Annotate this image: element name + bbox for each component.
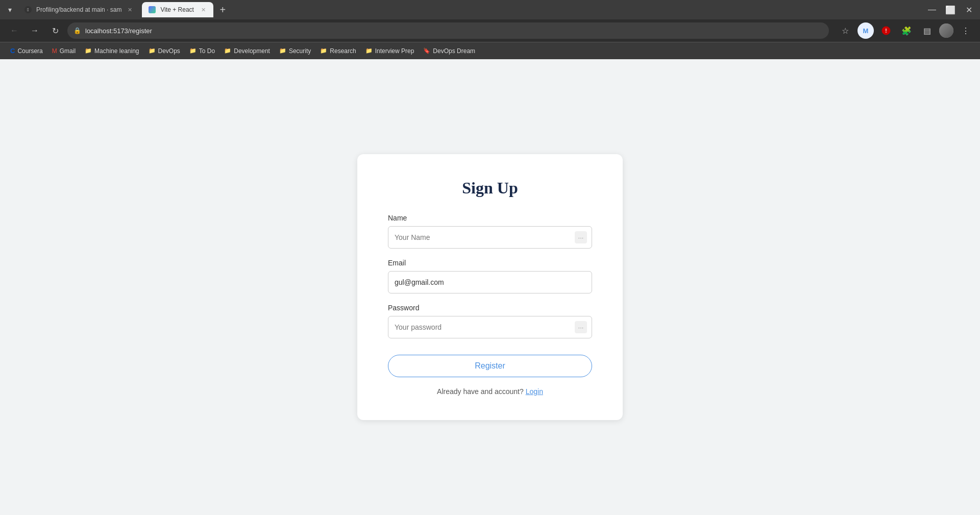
address-input[interactable] [85, 27, 823, 35]
tab-github-title: Profiling/backend at main · sam [36, 6, 121, 13]
tab-vite-close-button[interactable]: ✕ [199, 6, 207, 14]
tab-vite-title: Vite + React [160, 6, 195, 13]
signup-title: Sign Up [388, 179, 592, 198]
login-link[interactable]: Login [526, 387, 543, 396]
forward-button[interactable]: → [27, 22, 43, 39]
mailvelope-button[interactable]: M [857, 22, 874, 39]
bookmark-devops-dream[interactable]: 🔖 DevOps Dream [419, 45, 479, 57]
bookmark-security-label: Security [289, 47, 311, 55]
name-label: Name [388, 214, 592, 222]
address-input-wrapper: 🔒 [67, 22, 829, 39]
new-tab-button[interactable]: + [215, 4, 230, 16]
maximize-button[interactable]: ⬜ [943, 3, 958, 17]
browser-chrome: ▾  Profiling/backend at main · sam ✕ Vi… [0, 0, 980, 59]
email-form-group: Email [388, 259, 592, 293]
browser-menu-button[interactable]: ⋮ [958, 22, 974, 39]
tab-github-close-button[interactable]: ✕ [126, 6, 134, 14]
profile-button[interactable] [939, 23, 953, 38]
bookmark-todo-label: To Do [199, 47, 215, 55]
password-input[interactable] [388, 316, 592, 338]
bookmark-interview-prep-label: Interview Prep [375, 47, 414, 55]
password-form-group: Password ··· [388, 304, 592, 338]
bookmark-gmail[interactable]: M Gmail [48, 45, 80, 57]
bookmark-devops[interactable]: 📁 DevOps [144, 45, 184, 57]
address-bar-right-controls: ☆ M ! 🧩 ▤ ⋮ [837, 22, 974, 39]
github-favicon-icon:  [24, 6, 32, 14]
close-window-button[interactable]: ✕ [962, 3, 976, 17]
gmail-icon: M [52, 47, 57, 55]
back-button[interactable]: ← [6, 22, 22, 39]
ad-block-button[interactable]: ! [878, 22, 894, 39]
page-content: Sign Up Name ··· Email Password ··· Reg [0, 59, 980, 515]
password-input-wrapper: ··· [388, 316, 592, 338]
tab-bar: ▾  Profiling/backend at main · sam ✕ Vi… [0, 0, 980, 19]
email-label: Email [388, 259, 592, 267]
bookmark-research[interactable]: 📁 Research [316, 45, 360, 57]
tab-github[interactable]:  Profiling/backend at main · sam ✕ [18, 2, 140, 17]
name-input-wrapper: ··· [388, 226, 592, 249]
signup-card: Sign Up Name ··· Email Password ··· Reg [357, 154, 623, 420]
bookmark-research-label: Research [330, 47, 356, 55]
tab-dropdown-button[interactable]: ▾ [4, 4, 16, 16]
bookmark-machine-learning-label: Machine leaning [94, 47, 139, 55]
profile-avatar [939, 23, 953, 38]
tab-bar-right-controls: — ⬜ ✕ [925, 3, 976, 17]
bookmark-coursera[interactable]: C Coursera [6, 45, 47, 57]
folder-icon-todo: 📁 [189, 47, 197, 54]
bookmarks-bar: C Coursera M Gmail 📁 Machine leaning 📁 D… [0, 42, 980, 59]
sidebar-button[interactable]: ▤ [919, 22, 935, 39]
bookmark-gmail-label: Gmail [60, 47, 76, 55]
name-input[interactable] [388, 226, 592, 249]
login-prompt-text: Already have and account? Login [388, 387, 592, 396]
login-prompt-label: Already have and account? [437, 387, 524, 396]
email-input[interactable] [388, 271, 592, 293]
email-input-wrapper [388, 271, 592, 293]
folder-icon-development: 📁 [224, 47, 231, 54]
address-bar: ← → ↻ 🔒 ☆ M ! 🧩 ▤ ⋮ [0, 19, 980, 42]
reload-button[interactable]: ↻ [47, 22, 63, 39]
folder-icon-devops: 📁 [149, 47, 156, 54]
bookmark-coursera-label: Coursera [17, 47, 42, 55]
bookmark-development[interactable]: 📁 Development [220, 45, 274, 57]
lock-icon: 🔒 [74, 27, 81, 34]
name-input-icon: ··· [575, 231, 587, 243]
folder-icon-interview-prep: 📁 [365, 47, 373, 54]
register-button[interactable]: Register [388, 355, 592, 377]
bookmark-icon-devops-dream: 🔖 [423, 47, 430, 54]
folder-icon-security: 📁 [279, 47, 286, 54]
tab-vite[interactable]: Vite + React ✕ [142, 2, 213, 17]
bookmark-development-label: Development [234, 47, 270, 55]
vite-favicon-icon [148, 6, 156, 14]
folder-icon-research: 📁 [320, 47, 327, 54]
bookmark-star-button[interactable]: ☆ [837, 22, 853, 39]
coursera-icon: C [10, 47, 15, 55]
bookmark-interview-prep[interactable]: 📁 Interview Prep [361, 45, 419, 57]
svg-text:!: ! [885, 28, 887, 34]
bookmark-machine-learning[interactable]: 📁 Machine leaning [81, 45, 143, 57]
extensions-button[interactable]: 🧩 [898, 22, 915, 39]
password-label: Password [388, 304, 592, 312]
folder-icon-machine-learning: 📁 [85, 47, 92, 54]
minimize-button[interactable]: — [925, 3, 939, 17]
bookmark-devops-dream-label: DevOps Dream [433, 47, 475, 55]
bookmark-todo[interactable]: 📁 To Do [185, 45, 219, 57]
name-form-group: Name ··· [388, 214, 592, 249]
bookmark-devops-label: DevOps [158, 47, 180, 55]
bookmark-security[interactable]: 📁 Security [275, 45, 315, 57]
password-input-icon: ··· [575, 321, 587, 333]
